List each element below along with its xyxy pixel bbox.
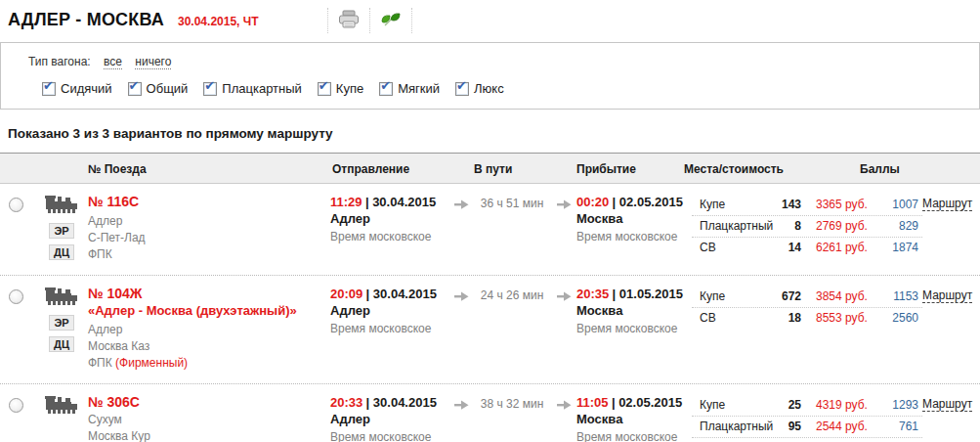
origin-station: Сухум xyxy=(88,412,330,428)
checkbox-label: Купе xyxy=(336,81,363,96)
departure-info: 20:33 | 30.04.2015 Адлер Время московско… xyxy=(330,392,449,442)
checkbox-checked-icon: ✔ xyxy=(128,82,142,96)
checkbox-myagkiy[interactable]: ✔ Мягкий xyxy=(379,81,440,96)
page-title: АДЛЕР - МОСКВА xyxy=(8,10,164,30)
checkbox-checked-icon: ✔ xyxy=(318,82,331,96)
arrival-info: 00:20 | 02.05.2015 Москва Время московск… xyxy=(576,192,692,263)
class-price: 8553 руб. xyxy=(801,311,879,325)
origin-station: Адлер xyxy=(88,322,330,338)
select-none-link[interactable]: ничего xyxy=(135,55,171,69)
train-name: «Адлер - Москва (двухэтажный)» xyxy=(88,303,330,318)
class-row: Купе 672 3854 руб. 1153 xyxy=(692,287,922,308)
checkbox-obshchiy[interactable]: ✔ Общий xyxy=(128,81,189,96)
class-seats: 8 xyxy=(776,219,801,233)
checkmark-icon: ✔ xyxy=(204,79,215,93)
checkbox-kupe[interactable]: ✔ Купе xyxy=(318,81,363,96)
class-points-link[interactable]: 1007 xyxy=(879,198,918,211)
print-button[interactable] xyxy=(328,8,369,33)
car-type-filter: Тип вагона: все ничего ✔ Сидячий ✔ Общий… xyxy=(0,42,980,110)
col-departure: Отправление xyxy=(332,154,409,185)
col-points: Баллы xyxy=(860,154,900,185)
class-name: Плацкартный xyxy=(692,420,776,433)
select-train-radio[interactable] xyxy=(9,198,23,212)
route-link[interactable]: Маршрут xyxy=(922,397,972,412)
badge-dts: ДЦ xyxy=(49,244,74,260)
badge-dts: ДЦ xyxy=(49,336,74,352)
select-train-radio[interactable] xyxy=(9,289,23,304)
arrival-city: Москва xyxy=(576,209,692,228)
class-seats: 14 xyxy=(776,241,801,254)
select-all-link[interactable]: все xyxy=(104,55,122,69)
checkbox-checked-icon: ✔ xyxy=(379,82,393,96)
arrow-right-icon xyxy=(454,290,469,304)
class-row: Купе 143 3365 руб. 1007 xyxy=(692,195,922,216)
arrow-right-icon xyxy=(557,199,572,212)
arrow-right-icon xyxy=(454,399,469,413)
train-number-link[interactable]: № 116С xyxy=(88,194,330,209)
checkbox-lyuks[interactable]: ✔ Люкс xyxy=(455,81,504,96)
class-row: СВ 6 9062 руб. 2713 xyxy=(692,438,922,442)
class-row: Плацкартный 8 2769 руб. 829 xyxy=(692,216,922,238)
class-seats: 95 xyxy=(776,420,801,433)
class-row: СВ 14 6261 руб. 1874 xyxy=(692,238,922,258)
class-points-link[interactable]: 2560 xyxy=(879,311,918,325)
train-number-link[interactable]: № 306С xyxy=(88,394,330,410)
class-points-link[interactable]: 1153 xyxy=(879,289,918,303)
class-points-link[interactable]: 761 xyxy=(879,420,918,433)
departure-timezone: Время московское xyxy=(330,228,449,245)
class-seats: 18 xyxy=(776,311,801,325)
arrow-right-icon xyxy=(557,290,572,304)
departure-city: Адлер xyxy=(330,209,449,228)
class-points-link[interactable]: 1874 xyxy=(879,241,918,254)
route-date: 30.04.2015, ЧТ xyxy=(178,15,259,28)
train-number-link[interactable]: № 104Ж xyxy=(88,286,330,301)
route-link[interactable]: Маршрут xyxy=(922,288,972,303)
class-points-link[interactable]: 829 xyxy=(879,219,918,233)
arrival-timezone: Время московское xyxy=(576,428,692,442)
filter-label: Тип вагона: xyxy=(28,55,91,68)
destination-station: Москва Каз xyxy=(88,338,330,355)
departure-city: Адлер xyxy=(330,410,449,428)
arrival-date: | 02.05.2015 xyxy=(612,395,682,410)
class-seats: 143 xyxy=(776,198,801,211)
checkbox-platskartny[interactable]: ✔ Плацкартный xyxy=(203,81,302,96)
carrier: ФПК xyxy=(88,356,112,370)
arrival-timezone: Время московское xyxy=(576,228,692,245)
class-points-link[interactable]: 1293 xyxy=(879,398,918,412)
class-name: СВ xyxy=(692,241,776,254)
class-price: 2544 руб. xyxy=(801,420,879,433)
class-seats: 25 xyxy=(776,398,801,412)
departure-time: 20:33 xyxy=(330,395,362,410)
class-name: Купе xyxy=(692,398,776,412)
arrival-info: 20:35 | 01.05.2015 Москва Время московск… xyxy=(576,284,692,372)
checkbox-label: Общий xyxy=(147,81,189,96)
header-actions xyxy=(327,8,412,33)
departure-time: 20:09 xyxy=(330,287,362,301)
train-row: № 306С Сухум Москва Кур ФПК 20:33 | 30.0… xyxy=(0,384,980,442)
train-row: ЭР ДЦ № 104Ж «Адлер - Москва (двухэтажны… xyxy=(0,276,980,384)
arrival-date: | 02.05.2015 xyxy=(613,195,683,209)
checkmark-icon: ✔ xyxy=(456,79,467,93)
results-summary: Показано 3 из 3 вариантов по прямому мар… xyxy=(8,126,980,141)
class-list: Купе 25 4319 руб. 1293 Плацкартный 95 25… xyxy=(692,392,922,442)
destination-station: С-Пет-Лад xyxy=(88,230,330,246)
carrier: ФПК xyxy=(88,246,330,263)
arrival-city: Москва xyxy=(576,410,692,428)
col-seats-price: Места/стоимость xyxy=(684,154,784,185)
arrival-date: | 01.05.2015 xyxy=(613,287,683,301)
route-link[interactable]: Маршрут xyxy=(922,197,972,211)
checkbox-sidyachiy[interactable]: ✔ Сидячий xyxy=(42,81,112,96)
eco-button[interactable] xyxy=(370,8,411,33)
arrow-right-icon xyxy=(557,399,572,413)
arrival-time: 20:35 xyxy=(576,287,609,301)
arrival-time: 00:20 xyxy=(576,195,609,209)
class-price: 6261 руб. xyxy=(801,241,879,254)
class-list: Купе 672 3854 руб. 1153 СВ 18 8553 руб. … xyxy=(692,284,922,372)
class-name: Купе xyxy=(692,198,776,211)
select-train-radio[interactable] xyxy=(9,398,23,413)
departure-city: Адлер xyxy=(330,301,449,320)
departure-timezone: Время московское xyxy=(330,320,449,337)
class-price: 2769 руб. xyxy=(801,219,879,233)
class-list: Купе 143 3365 руб. 1007 Плацкартный 8 27… xyxy=(692,192,922,263)
class-name: Плацкартный xyxy=(692,219,776,233)
